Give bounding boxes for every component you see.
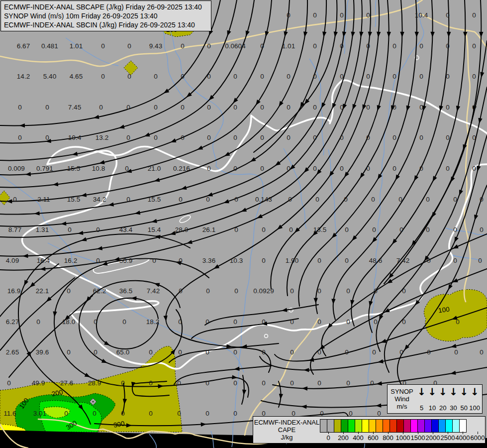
station-value: 0 xyxy=(317,287,321,295)
station-value: 0 xyxy=(127,42,131,50)
station-value: 0 xyxy=(205,410,209,417)
station-value: 27.6 xyxy=(60,379,73,387)
station-value: 26.1 xyxy=(202,226,215,233)
station-value: 49.9 xyxy=(32,379,45,387)
station-value: 0 xyxy=(64,410,68,417)
station-value: 0 xyxy=(446,104,450,111)
station-value: 0 xyxy=(313,165,317,172)
station-value: 0 xyxy=(121,410,125,417)
station-value: 0 xyxy=(121,379,125,387)
station-value: 0 xyxy=(181,42,185,50)
station-value: 0 xyxy=(233,379,237,387)
station-value: 7.42 xyxy=(147,287,160,295)
station-value: 0 xyxy=(287,165,291,172)
station-value: 0 xyxy=(154,104,158,111)
cape-legend-label-line: CAPE xyxy=(278,426,295,434)
station-value: 0 xyxy=(205,379,209,387)
cape-colorbar-box: ECMWF-INDEX-ANALCAPEJ/kg 020040060080010… xyxy=(253,416,486,444)
station-value: 0 xyxy=(472,134,476,141)
station-value: 0 xyxy=(456,318,460,326)
station-value: 0 xyxy=(287,134,291,141)
station-value: 0.216 xyxy=(173,165,190,172)
station-value: 0 xyxy=(374,318,378,326)
map-title-box: ECMWF-INDEX-ANAL SBCAPE (J/kg) Friday 26… xyxy=(0,0,211,31)
station-value: 0 xyxy=(419,134,423,141)
cape-color-cell xyxy=(459,419,467,433)
station-value: 0 xyxy=(366,42,370,50)
wind-speed-value: 50 xyxy=(459,404,469,412)
station-value: 0 xyxy=(93,410,97,417)
title-line-sbcape: ECMWF-INDEX-ANAL SBCAPE (J/kg) Friday 26… xyxy=(4,2,208,11)
station-value: 0 xyxy=(205,318,209,326)
station-value: 7.42 xyxy=(396,257,409,264)
wind-legend-box: SYNOPWindm/s ↓↓↓↓↓↓ 510203050100 xyxy=(387,384,483,414)
station-value: 16.2 xyxy=(64,257,77,264)
cape-tick-label: 800 xyxy=(381,433,395,442)
cape-color-cell xyxy=(327,419,334,433)
station-value: 0 xyxy=(480,226,484,233)
station-value: 0 xyxy=(340,134,344,141)
station-value: 0 xyxy=(392,73,396,80)
station-value: 0 xyxy=(402,318,406,326)
station-value: 0 xyxy=(426,226,430,233)
station-value: 15.5 xyxy=(67,165,80,172)
station-value: 0.791 xyxy=(36,165,53,172)
station-value: 0 xyxy=(233,104,237,111)
station-value: 0 xyxy=(366,11,370,19)
station-value: 0 xyxy=(207,104,211,111)
station-value: 0 xyxy=(472,42,476,50)
cape-shaded-area xyxy=(424,289,487,341)
station-value: 0 xyxy=(392,134,396,141)
wind-speed-value: 20 xyxy=(438,404,448,412)
station-value: 10.8 xyxy=(92,165,105,172)
station-value: 0 xyxy=(366,73,370,80)
wind-legend-label-line: SYNOP xyxy=(390,388,413,395)
station-value: 0 xyxy=(427,257,431,264)
station-value: 0 xyxy=(366,104,370,111)
station-value: 0 xyxy=(371,196,375,203)
station-value: 0 xyxy=(67,287,71,295)
station-value: 39.6 xyxy=(36,348,49,356)
station-value: 0 xyxy=(313,104,317,111)
station-value: 0 xyxy=(287,104,291,111)
cape-tick-label: 0 xyxy=(321,433,336,442)
weather-map-screen: 100100200300300100000010.4006.670.4811.0… xyxy=(0,0,487,448)
station-value: 0 xyxy=(99,104,103,111)
station-value: 0 xyxy=(370,379,374,387)
station-value: 0 xyxy=(96,257,100,264)
station-value: 0 xyxy=(419,42,423,50)
station-value: 0 xyxy=(101,73,105,80)
station-value: 0 xyxy=(372,348,376,356)
station-value: 0 xyxy=(178,348,182,356)
wind-legend-label-line: Wind xyxy=(394,395,409,403)
station-value: 0 xyxy=(480,196,484,203)
station-value: 15.5 xyxy=(67,196,80,203)
station-value: 0 xyxy=(36,318,40,326)
station-value: 0 xyxy=(402,287,406,295)
station-value: 0 xyxy=(13,196,17,203)
station-value: 0 xyxy=(233,348,237,356)
station-value: 0 xyxy=(126,134,130,141)
station-value: 0 xyxy=(181,104,185,111)
station-value: 16.4 xyxy=(37,257,50,264)
station-value: 0 xyxy=(287,73,291,80)
station-value: 0 xyxy=(179,196,183,203)
wind-legend-label: SYNOPWindm/s xyxy=(388,385,416,413)
station-value: 0 xyxy=(262,379,266,387)
cape-color-cell xyxy=(376,419,383,433)
title-line-wind: SYNOP Wind (m/s) 10m Friday 26-09-2025 1… xyxy=(4,11,208,20)
station-value: 0 xyxy=(289,226,293,233)
cape-tick-label: 4000 xyxy=(455,433,470,442)
station-value: 0 xyxy=(345,257,349,264)
station-value: 0 xyxy=(315,196,319,203)
station-value: 10.4 xyxy=(415,11,428,19)
station-value: 0 xyxy=(454,348,458,356)
cape-colorbar-cells xyxy=(320,419,485,433)
cape-color-cell xyxy=(362,419,369,433)
station-value: 0 xyxy=(290,287,294,295)
station-value: 0 xyxy=(340,165,344,172)
station-value: 15.5 xyxy=(148,196,161,203)
station-value: 0 xyxy=(313,42,317,50)
station-value: 0.0604 xyxy=(225,42,246,50)
station-value: 0 xyxy=(234,287,238,295)
